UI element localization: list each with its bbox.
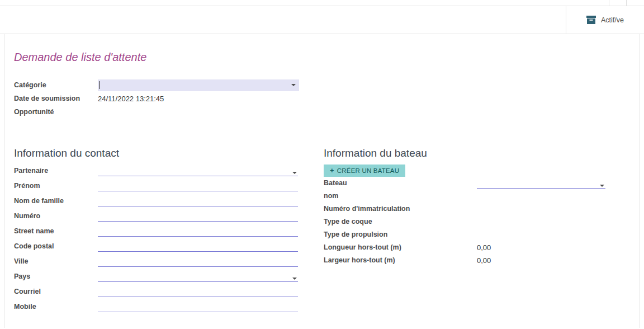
bateau-label: Bateau <box>324 179 477 189</box>
form-sheet: Demande de liste d'attente Catégorie Dat… <box>4 34 640 328</box>
code-postal-input[interactable] <box>98 242 298 252</box>
field-row-opportunite: Opportunité <box>14 105 630 119</box>
date-soumission-value: 24/11/2022 13:21:45 <box>98 95 164 103</box>
pays-label: Pays <box>14 272 98 282</box>
create-bateau-button[interactable]: + CRÉER UN BATEAU <box>324 164 405 177</box>
bateau-heading: Information du bateau <box>324 147 630 160</box>
top-navbar <box>0 0 644 6</box>
largeur-value: 0,00 <box>477 256 491 266</box>
mobile-input[interactable] <box>98 302 298 312</box>
field-row-numero: Numéro <box>14 206 298 222</box>
street-name-label: Street name <box>14 227 98 237</box>
field-row-street-name: Street name <box>14 222 298 237</box>
ville-label: Ville <box>14 257 98 267</box>
largeur-label: Largeur hors-tout (m) <box>324 256 477 266</box>
field-row-pays: Pays <box>14 267 298 282</box>
courriel-input[interactable] <box>98 287 298 297</box>
contact-heading: Information du contact <box>14 147 298 160</box>
archive-box-icon <box>586 16 596 24</box>
code-postal-label: Code postal <box>14 242 98 252</box>
nom-de-famille-label: Nom de famille <box>14 197 98 206</box>
contact-group: Information du contact Partenaire Prénom… <box>14 147 298 312</box>
bateau-input[interactable] <box>477 180 605 189</box>
partenaire-input[interactable] <box>98 166 298 176</box>
field-row-partenaire: Partenaire <box>14 161 298 176</box>
street-name-input[interactable] <box>98 227 298 237</box>
categorie-input[interactable] <box>98 79 299 91</box>
longueur-value: 0,00 <box>477 243 491 253</box>
field-row-courriel: Courriel <box>14 282 298 297</box>
immatriculation-label: Numéro d'immatriculation <box>324 205 477 214</box>
field-row-nom-de-famille: Nom de famille <box>14 191 298 206</box>
chevron-down-icon <box>292 278 297 280</box>
field-row-ville: Ville <box>14 252 298 267</box>
prenom-input[interactable] <box>98 181 298 191</box>
plus-icon: + <box>330 168 334 173</box>
general-field-group: Catégorie Date de soumission 24/11/2022 … <box>14 78 630 119</box>
chevron-down-icon <box>291 84 296 86</box>
chevron-down-icon <box>292 172 297 174</box>
page-title: Demande de liste d'attente <box>14 51 630 64</box>
field-row-type-coque: Type de coque <box>324 214 630 227</box>
active-toggle-label: Actif/ve <box>601 16 624 24</box>
form-statusbar: Actif/ve <box>0 6 644 34</box>
partenaire-label: Partenaire <box>14 167 98 176</box>
field-row-nom: nom <box>324 189 630 201</box>
create-bateau-button-label: CRÉER UN BATEAU <box>337 167 399 174</box>
type-propulsion-label: Type de propulsion <box>324 231 477 240</box>
pays-input[interactable] <box>98 272 298 282</box>
chevron-down-icon <box>600 185 604 187</box>
field-row-date-soumission: Date de soumission 24/11/2022 13:21:45 <box>14 92 630 105</box>
type-coque-label: Type de coque <box>324 218 477 227</box>
field-row-categorie: Catégorie <box>14 78 630 92</box>
opportunite-label: Opportunité <box>14 108 98 116</box>
mobile-label: Mobile <box>14 303 98 312</box>
field-row-bateau: Bateau <box>324 177 630 189</box>
prenom-label: Prénom <box>14 182 98 191</box>
topbar-separator <box>609 0 609 6</box>
nom-de-famille-input[interactable] <box>98 196 298 206</box>
text-cursor <box>99 81 100 89</box>
nom-label: nom <box>324 192 477 201</box>
numero-label: Numéro <box>14 212 98 222</box>
field-row-longueur: Longueur hors-tout (m) 0,00 <box>324 240 630 253</box>
categorie-label: Catégorie <box>14 81 98 90</box>
ville-input[interactable] <box>98 257 298 267</box>
topbar-separator <box>626 0 627 6</box>
form-columns: Information du contact Partenaire Prénom… <box>14 147 630 312</box>
date-soumission-label: Date de soumission <box>14 95 98 103</box>
field-row-prenom: Prénom <box>14 176 298 191</box>
field-row-code-postal: Code postal <box>14 237 298 252</box>
active-toggle-button[interactable]: Actif/ve <box>566 6 644 34</box>
field-row-largeur: Largeur hors-tout (m) 0,00 <box>324 253 630 266</box>
field-row-mobile: Mobile <box>14 297 298 312</box>
bateau-group: Information du bateau + CRÉER UN BATEAU … <box>324 147 630 312</box>
numero-input[interactable] <box>98 212 298 222</box>
longueur-label: Longueur hors-tout (m) <box>324 243 477 253</box>
field-row-type-propulsion: Type de propulsion <box>324 227 630 240</box>
courriel-label: Courriel <box>14 288 98 297</box>
field-row-immatriculation: Numéro d'immatriculation <box>324 201 630 214</box>
